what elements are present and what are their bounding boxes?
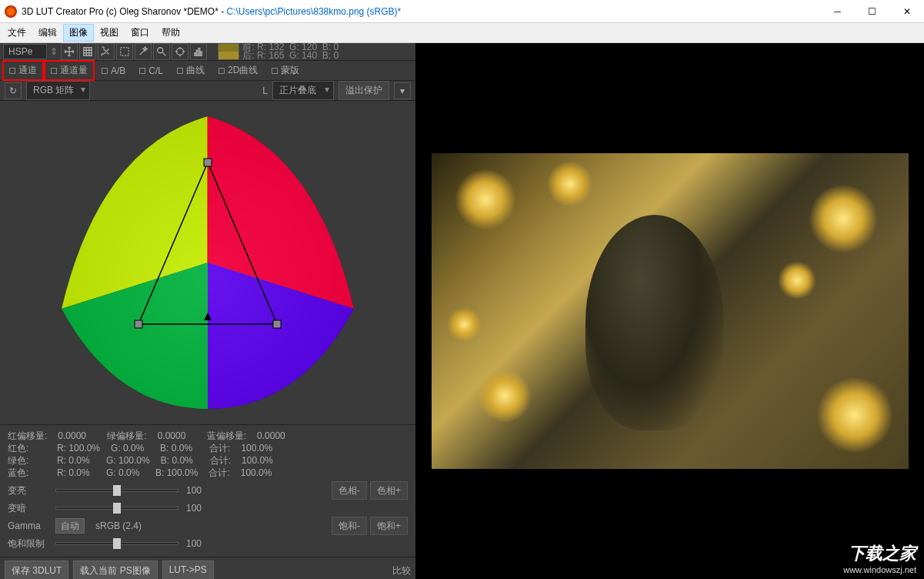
gamma-mode: sRGB (2.4) [95, 520, 142, 532]
radio-icon [218, 68, 225, 74]
menubar: 文件 编辑 图像 视图 窗口 帮助 [0, 23, 924, 43]
radio-icon [9, 68, 15, 74]
preview-panel: 下载之家 www.windowszj.net [415, 43, 924, 579]
menu-edit[interactable]: 编辑 [32, 24, 63, 42]
menu-help[interactable]: 帮助 [155, 24, 186, 42]
load-ps-button[interactable]: 载入当前 PS图像 [73, 561, 157, 579]
app-name: 3D LUT Creator Pro (c) Oleg Sharonov *DE… [22, 6, 227, 17]
app-icon [5, 5, 17, 18]
watermark-url: www.windowszj.net [843, 565, 916, 574]
darken-slider[interactable] [55, 507, 178, 510]
file-path: C:\Users\pc\Pictures\838kmo.png (sRGB)* [227, 6, 402, 17]
radio-icon [139, 68, 145, 74]
radio-icon [102, 68, 108, 74]
svg-rect-0 [121, 48, 129, 56]
svg-point-1 [158, 48, 163, 53]
l-label: L [262, 85, 268, 96]
watermark-text: 下载之家 [843, 542, 916, 565]
color-swatch[interactable] [218, 43, 239, 60]
workspace: HSPe ⇕ 前: R: 132 G: 120 B: 0 后: R: 165 G… [0, 43, 924, 579]
lut-to-ps-button[interactable]: LUT->PS [162, 561, 214, 579]
tab-cl[interactable]: C/L [133, 62, 169, 79]
zoom-icon[interactable] [153, 43, 170, 60]
tab-2dcurve[interactable]: 2D曲线 [212, 61, 264, 80]
maximize-button[interactable]: ☐ [855, 0, 889, 23]
select-rect-icon[interactable] [116, 43, 133, 60]
radio-icon [51, 68, 57, 74]
svg-rect-4 [197, 50, 198, 55]
sub-toolbar: ↻ RGB 矩阵 L 正片叠底 溢出保护 ▾ [0, 81, 415, 101]
info-panel: 红偏移量:0.0000 绿偏移量:0.0000 蓝偏移量:0.0000 红色:R… [0, 424, 415, 557]
color-canvas[interactable] [0, 101, 415, 424]
close-button[interactable]: ✕ [889, 0, 924, 23]
titlebar-text: 3D LUT Creator Pro (c) Oleg Sharonov *DE… [22, 6, 820, 17]
lighten-slider[interactable] [55, 489, 178, 492]
hue-minus-button[interactable]: 色相- [332, 481, 367, 500]
menu-file[interactable]: 文件 [2, 24, 32, 42]
top-toolbar: HSPe ⇕ 前: R: 132 G: 120 B: 0 后: R: 165 G… [0, 43, 415, 61]
menu-image[interactable]: 图像 [63, 24, 94, 42]
titlebar: 3D LUT Creator Pro (c) Oleg Sharonov *DE… [0, 0, 924, 23]
target-icon[interactable] [172, 43, 188, 60]
svg-rect-10 [273, 320, 281, 328]
rgb-readout: 前: R: 132 G: 120 B: 0 后: R: 165 G: 140 B… [242, 43, 339, 60]
menu-view[interactable]: 视图 [94, 24, 125, 42]
mode-tabs: 通道 通道量 A/B C/L 曲线 2D曲线 蒙版 [0, 61, 415, 81]
action-row: 保存 3DLUT 载入当前 PS图像 LUT->PS 比较 [0, 557, 415, 579]
svg-rect-8 [204, 159, 212, 166]
radio-icon [272, 68, 278, 74]
sat-plus-button[interactable]: 饱和+ [370, 517, 408, 535]
wand-icon[interactable] [135, 43, 152, 60]
compare-label[interactable]: 比较 [392, 564, 411, 577]
svg-rect-6 [201, 52, 202, 55]
blend-mode-select[interactable]: 正片叠底 [272, 81, 334, 100]
color-readout: 前: R: 132 G: 120 B: 0 后: R: 165 G: 140 B… [218, 43, 339, 60]
tab-mask[interactable]: 蒙版 [265, 61, 305, 80]
colorspace-select[interactable]: HSPe [3, 44, 47, 59]
svg-point-2 [177, 49, 184, 55]
scissors-icon[interactable] [98, 43, 115, 60]
levels-icon[interactable] [190, 43, 207, 60]
move-tool-icon[interactable] [61, 43, 78, 60]
auto-button[interactable]: 自动 [55, 518, 85, 534]
hue-plus-button[interactable]: 色相+ [370, 481, 408, 500]
minimize-button[interactable]: ─ [820, 0, 855, 23]
watermark: 下载之家 www.windowszj.net [843, 542, 916, 574]
svg-rect-9 [135, 320, 142, 328]
save-3dlut-button[interactable]: 保存 3DLUT [5, 561, 68, 579]
sat-minus-button[interactable]: 饱和- [332, 517, 367, 535]
left-panel: HSPe ⇕ 前: R: 132 G: 120 B: 0 后: R: 165 G… [0, 43, 415, 579]
matrix-select[interactable]: RGB 矩阵 [26, 81, 90, 100]
reset-icon[interactable]: ↻ [5, 82, 22, 99]
tab-channel[interactable]: 通道 [3, 61, 43, 80]
tab-ab[interactable]: A/B [95, 62, 132, 79]
svg-rect-3 [195, 53, 196, 56]
overflow-protect-button[interactable]: 溢出保护 [339, 81, 389, 100]
menu-icon[interactable]: ▾ [394, 82, 411, 99]
grid-tool-icon[interactable] [79, 43, 96, 60]
color-gamut-triangle[interactable] [38, 101, 377, 424]
svg-rect-5 [198, 49, 200, 56]
satlimit-slider[interactable] [55, 542, 178, 545]
tab-curve[interactable]: 曲线 [171, 61, 211, 80]
menu-window[interactable]: 窗口 [125, 24, 155, 42]
preview-image[interactable] [432, 153, 909, 469]
updown-icon[interactable]: ⇕ [50, 46, 58, 57]
tab-volume[interactable]: 通道量 [45, 61, 94, 80]
radio-icon [177, 68, 183, 74]
